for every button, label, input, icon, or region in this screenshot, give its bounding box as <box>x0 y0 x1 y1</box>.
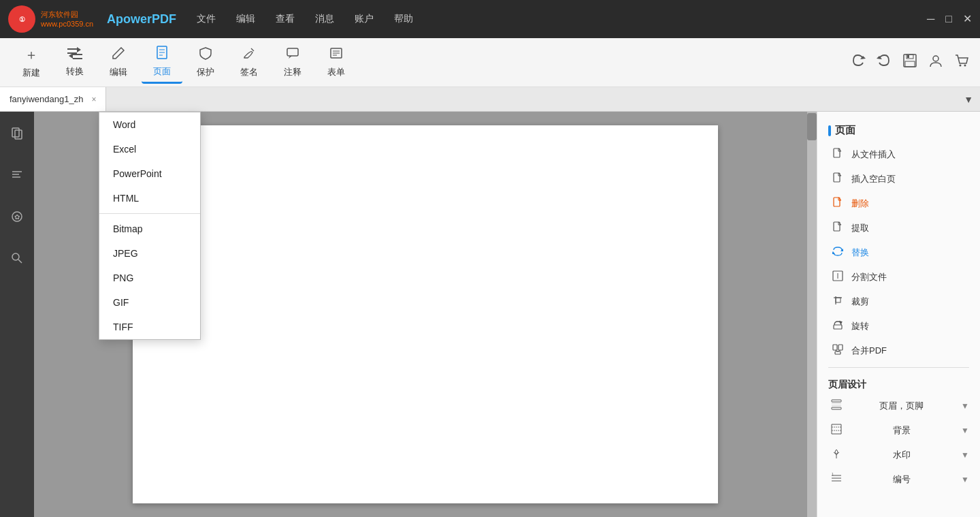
new-icon: ＋ <box>24 46 38 64</box>
menu-message[interactable]: 消息 <box>315 13 334 25</box>
background-icon <box>831 424 842 437</box>
svg-point-23 <box>933 56 938 61</box>
numbering-label: 编号 <box>893 473 911 486</box>
split-label: 分割文件 <box>851 271 887 283</box>
insert-file-icon <box>831 148 845 161</box>
svg-point-24 <box>960 65 962 67</box>
right-item-delete[interactable]: 删除 <box>817 191 980 216</box>
toolbar-form[interactable]: 表单 <box>316 42 357 82</box>
menu-view[interactable]: 查看 <box>276 13 295 25</box>
right-dropdown-header-footer[interactable]: 页眉，页脚 ▼ <box>817 394 980 418</box>
user-icon[interactable] <box>928 53 943 72</box>
menu-help[interactable]: 帮助 <box>394 13 413 25</box>
right-item-insert-file[interactable]: 从文件插入 <box>817 142 980 167</box>
replace-label: 替换 <box>851 247 869 259</box>
section-title-text: 页面 <box>835 124 855 137</box>
dropdown-item-png[interactable]: PNG <box>99 266 200 290</box>
right-item-extract[interactable]: 提取 <box>817 216 980 240</box>
watermark-arrow: ▼ <box>961 450 969 460</box>
merge-label: 合并PDF <box>851 345 887 357</box>
menu-file[interactable]: 文件 <box>197 13 216 25</box>
dropdown-item-word[interactable]: Word <box>99 112 200 137</box>
numbering-arrow: ▼ <box>961 475 969 484</box>
toolbar-edit[interactable]: 编辑 <box>98 42 139 82</box>
undo-icon[interactable] <box>877 53 892 72</box>
insert-blank-label: 插入空白页 <box>851 173 896 185</box>
toolbar-protect[interactable]: 保护 <box>185 42 226 82</box>
toolbar-sign[interactable]: 签名 <box>229 42 270 82</box>
convert-dropdown: Word Excel PowerPoint HTML Bitmap JPEG P… <box>99 112 201 340</box>
form-icon <box>329 46 343 63</box>
merge-icon <box>831 344 845 358</box>
right-item-insert-blank[interactable]: 插入空白页 <box>817 167 980 191</box>
right-item-split[interactable]: 分割文件 <box>817 265 980 289</box>
svg-point-25 <box>964 65 966 67</box>
new-label: 新建 <box>22 67 40 79</box>
right-item-replace[interactable]: 替换 <box>817 240 980 265</box>
toolbar-convert[interactable]: 转换 <box>54 43 95 82</box>
svg-rect-49 <box>838 345 843 350</box>
dropdown-item-powerpoint[interactable]: PowerPoint <box>99 161 200 186</box>
tab-dropdown-button[interactable]: ▼ <box>957 94 980 105</box>
svg-text:✿: ✿ <box>14 213 20 221</box>
sidebar-search-icon[interactable] <box>6 247 28 272</box>
delete-icon <box>831 197 845 210</box>
sidebar-signature-icon[interactable]: ✿ <box>6 206 28 231</box>
delete-label: 删除 <box>851 198 869 210</box>
right-dropdown-background[interactable]: 背景 ▼ <box>817 418 980 443</box>
tab-close-button[interactable]: × <box>91 95 96 104</box>
vertical-scrollbar[interactable] <box>807 112 817 517</box>
header-footer-icon <box>831 399 842 413</box>
svg-marker-5 <box>69 53 73 59</box>
svg-rect-21 <box>905 61 915 67</box>
sidebar-bookmarks-icon[interactable] <box>6 164 28 189</box>
right-item-merge[interactable]: 合并PDF <box>817 339 980 363</box>
right-item-rotate[interactable]: 旋转 <box>817 314 980 339</box>
convert-label: 转换 <box>66 65 84 78</box>
svg-text:1: 1 <box>832 473 834 476</box>
toolbar-new[interactable]: ＋ 新建 <box>11 42 52 83</box>
dropdown-item-html[interactable]: HTML <box>99 186 200 210</box>
redo-icon[interactable] <box>851 53 866 72</box>
tab-name: fanyiwendang1_zh <box>10 94 83 104</box>
dropdown-item-jpeg[interactable]: JPEG <box>99 241 200 266</box>
right-dropdown-numbering[interactable]: 1 编号 ▼ <box>817 467 980 492</box>
crop-icon <box>831 295 845 309</box>
svg-rect-54 <box>832 407 841 409</box>
toolbar-page[interactable]: 页面 <box>142 42 182 84</box>
svg-rect-37 <box>834 198 840 206</box>
right-section-title: 页面 <box>817 119 980 142</box>
tabbar: fanyiwendang1_zh × ▼ <box>0 87 980 112</box>
svg-point-33 <box>12 253 19 260</box>
sign-label: 签名 <box>240 66 258 78</box>
edit-icon <box>112 46 125 63</box>
convert-icon <box>67 47 82 63</box>
app-name: ApowerPDF <box>107 12 176 27</box>
svg-rect-50 <box>835 351 840 354</box>
right-dropdown-watermark[interactable]: 水印 ▼ <box>817 443 980 467</box>
toolbar-comment[interactable]: 注释 <box>272 42 313 82</box>
extract-label: 提取 <box>851 222 869 234</box>
menu-edit[interactable]: 编辑 <box>236 13 255 25</box>
numbering-icon: 1 <box>831 473 842 486</box>
document-tab[interactable]: fanyiwendang1_zh × <box>0 87 106 111</box>
dropdown-item-gif[interactable]: GIF <box>99 290 200 315</box>
svg-rect-4 <box>73 58 82 59</box>
dropdown-item-excel[interactable]: Excel <box>99 137 200 161</box>
maximize-button[interactable]: □ <box>945 14 952 25</box>
watermark-icon <box>831 448 842 462</box>
save-icon[interactable] <box>902 53 917 72</box>
close-button[interactable]: ✕ <box>963 14 972 25</box>
right-item-crop[interactable]: 裁剪 <box>817 289 980 314</box>
cart-icon[interactable] <box>954 53 969 72</box>
svg-rect-45 <box>836 298 840 302</box>
dropdown-item-tiff[interactable]: TIFF <box>99 315 200 339</box>
background-arrow: ▼ <box>961 426 969 435</box>
dropdown-item-bitmap[interactable]: Bitmap <box>99 217 200 241</box>
sub-section-title: 页眉设计 <box>817 372 980 394</box>
menu-account[interactable]: 账户 <box>355 13 374 25</box>
scrollbar-thumb[interactable] <box>807 113 817 140</box>
sidebar-pages-icon[interactable] <box>6 123 28 148</box>
document-page: 河东 <box>133 125 718 503</box>
minimize-button[interactable]: ─ <box>927 14 934 25</box>
